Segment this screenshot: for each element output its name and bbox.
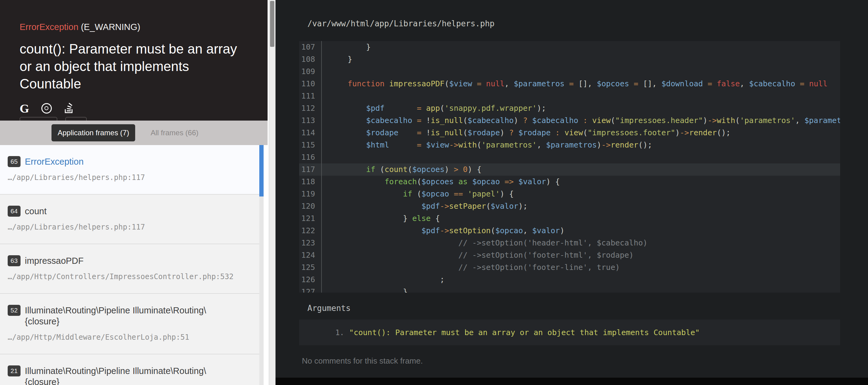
line-number: 120 bbox=[299, 200, 321, 212]
header-action-button[interactable] bbox=[20, 117, 57, 120]
frame-title: count bbox=[25, 206, 233, 217]
stack-frame[interactable]: 52Illuminate\Routing\Pipeline Illuminate… bbox=[0, 294, 259, 354]
code-line: 109 bbox=[299, 66, 840, 78]
line-number: 116 bbox=[299, 151, 321, 164]
frame-title: impressaoPDF bbox=[25, 255, 233, 266]
code-line: 115 $html = $view->with('parametros', $p… bbox=[299, 139, 840, 151]
code-line: 114 $rodape = !is_null($rodape) ? $rodap… bbox=[299, 127, 840, 139]
frame-title: ErrorException bbox=[25, 156, 233, 167]
line-number: 113 bbox=[299, 114, 321, 127]
frame-title: Illuminate\Routing\Pipeline Illuminate\R… bbox=[25, 365, 233, 385]
frames-scrollbar[interactable] bbox=[259, 145, 264, 385]
header-action-button[interactable] bbox=[65, 117, 87, 120]
line-number: 123 bbox=[299, 237, 321, 249]
frame-title: Illuminate\Routing\Pipeline Illuminate\R… bbox=[25, 305, 233, 327]
google-search-icon[interactable]: G bbox=[20, 101, 29, 116]
exception-severity: (E_WARNING) bbox=[81, 22, 141, 32]
frame-index-badge: 64 bbox=[8, 206, 21, 217]
frame-index-badge: 21 bbox=[8, 365, 21, 377]
code-line: 112 $pdf = app('snappy.pdf.wrapper'); bbox=[299, 102, 840, 114]
line-number: 118 bbox=[299, 176, 321, 188]
bottom-bar bbox=[276, 378, 868, 385]
code-line: 121 } else { bbox=[299, 212, 840, 224]
line-number: 121 bbox=[299, 212, 321, 224]
code-line: 110 function impressaoPDF($view = null, … bbox=[299, 78, 840, 90]
exception-class: ErrorException bbox=[20, 22, 79, 32]
line-number: 115 bbox=[299, 139, 321, 151]
frame-index-badge: 52 bbox=[8, 305, 21, 316]
line-number: 108 bbox=[299, 53, 321, 66]
line-number: 124 bbox=[299, 249, 321, 261]
search-links: G bbox=[20, 102, 248, 115]
code-line: 116 bbox=[299, 151, 840, 164]
code-line: 108 } bbox=[299, 53, 840, 66]
frames-list: 65ErrorException…/app/Libraries/helpers.… bbox=[0, 145, 268, 385]
frame-comments: No comments for this stack frame. bbox=[302, 356, 423, 366]
frame-file-path: …/app/Libraries/helpers.php:117 bbox=[8, 173, 253, 182]
code-line: 117 if (count($opcoes) > 0) { bbox=[299, 164, 840, 176]
code-line: 127 } bbox=[299, 286, 840, 292]
stackoverflow-search-icon[interactable] bbox=[64, 102, 74, 115]
page-scrollbar[interactable] bbox=[269, 0, 276, 385]
code-viewer-panel: /var/www/html/app/Libraries/helpers.php … bbox=[276, 0, 868, 385]
header-action-buttons bbox=[20, 117, 87, 120]
code-line: 119 if ($opcao == 'papel') { bbox=[299, 188, 840, 200]
stack-frame[interactable]: 63impressaoPDF…/app/Http/Controllers/Imp… bbox=[0, 244, 259, 294]
code-line: 118 foreach($opcoes as $opcao => $valor)… bbox=[299, 176, 840, 188]
line-number: 127 bbox=[299, 286, 321, 292]
code-lines: 107 }108 }109110 function impressaoPDF($… bbox=[299, 41, 840, 292]
code-line: 125 // ->setOption('footer-line', true) bbox=[299, 261, 840, 274]
argument-row: 1."count(): Parameter must be an array o… bbox=[299, 328, 840, 337]
frame-file-path: …/app/Libraries/helpers.php:117 bbox=[8, 223, 253, 231]
frame-index-badge: 63 bbox=[8, 255, 21, 266]
tab-all-frames[interactable]: All frames (66) bbox=[151, 129, 198, 137]
exception-type-line: ErrorException (E_WARNING) bbox=[20, 22, 248, 32]
line-number: 107 bbox=[299, 41, 321, 53]
line-number: 112 bbox=[299, 102, 321, 114]
stack-frame[interactable]: 64count…/app/Libraries/helpers.php:117 bbox=[0, 195, 259, 244]
code-line: 123 // ->setOption('header-html', $cabec… bbox=[299, 237, 840, 249]
line-number: 114 bbox=[299, 127, 321, 139]
arguments-title: Arguments bbox=[307, 304, 351, 313]
exception-header: ErrorException (E_WARNING) count(): Para… bbox=[0, 0, 268, 120]
frame-file-path: …/app/Http/Middleware/EscolherLoja.php:5… bbox=[8, 333, 253, 342]
exception-message: count(): Parameter must be an array or a… bbox=[20, 40, 249, 93]
error-sidebar: ErrorException (E_WARNING) count(): Para… bbox=[0, 0, 268, 385]
line-number: 110 bbox=[299, 78, 321, 90]
code-line: 124 // ->setOption('footer-html', $rodap… bbox=[299, 249, 840, 261]
open-file-path[interactable]: /var/www/html/app/Libraries/helpers.php bbox=[307, 19, 494, 28]
line-number: 109 bbox=[299, 66, 321, 78]
code-line: 107 } bbox=[299, 41, 840, 53]
frame-file-path: …/app/Http/Controllers/ImpressoesControl… bbox=[8, 272, 253, 281]
code-snippet: 107 }108 }109110 function impressaoPDF($… bbox=[299, 41, 840, 292]
duckduckgo-search-icon[interactable] bbox=[41, 103, 52, 113]
stack-frames-panel: 65ErrorException…/app/Libraries/helpers.… bbox=[0, 145, 268, 385]
stack-frame[interactable]: 65ErrorException…/app/Libraries/helpers.… bbox=[0, 145, 259, 195]
code-line: 113 $cabecalho = !is_null($cabecalho) ? … bbox=[299, 114, 840, 127]
frames-scrollbar-thumb[interactable] bbox=[259, 145, 264, 197]
argument-value: "count(): Parameter must be an array or … bbox=[349, 328, 700, 337]
line-number: 122 bbox=[299, 224, 321, 237]
code-line: 111 bbox=[299, 90, 840, 102]
argument-index: 1. bbox=[335, 328, 344, 337]
arguments-box: 1."count(): Parameter must be an array o… bbox=[299, 319, 840, 345]
line-number: 125 bbox=[299, 261, 321, 274]
tab-application-frames[interactable]: Application frames (7) bbox=[52, 124, 135, 141]
code-line: 120 $pdf->setPaper($valor); bbox=[299, 200, 840, 212]
line-number: 126 bbox=[299, 274, 321, 286]
page-scrollbar-thumb[interactable] bbox=[270, 1, 274, 47]
line-number: 119 bbox=[299, 188, 321, 200]
line-number: 111 bbox=[299, 90, 321, 102]
code-line: 122 $pdf->setOption($opcao, $valor) bbox=[299, 224, 840, 237]
code-line: 126 ; bbox=[299, 274, 840, 286]
frame-index-badge: 65 bbox=[8, 156, 21, 167]
line-number: 117 bbox=[299, 164, 321, 176]
frames-tabbar: Application frames (7) All frames (66) bbox=[0, 120, 268, 145]
stack-frame[interactable]: 21Illuminate\Routing\Pipeline Illuminate… bbox=[0, 354, 259, 385]
